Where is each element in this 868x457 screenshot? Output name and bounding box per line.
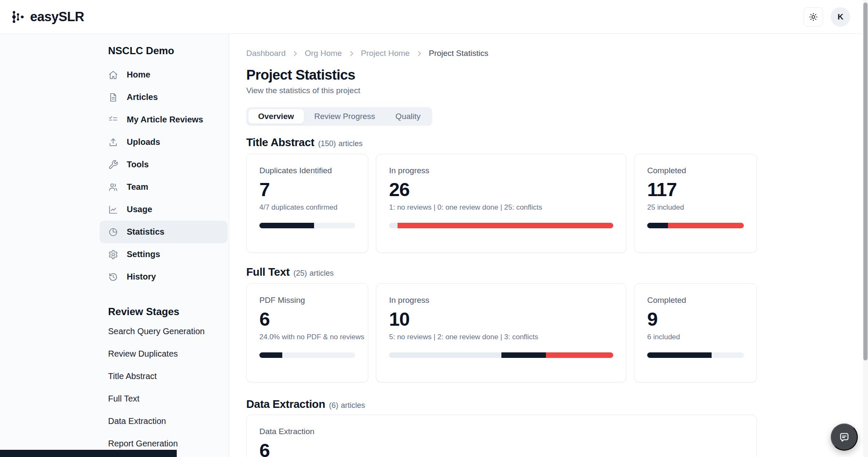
stage-item-data-extraction[interactable]: Data Extraction xyxy=(100,410,228,432)
tab-overview[interactable]: Overview xyxy=(248,109,304,124)
breadcrumb-item-project-home[interactable]: Project Home xyxy=(361,49,410,58)
chat-bubble-icon xyxy=(838,431,850,443)
progress-bar xyxy=(259,223,355,228)
sidebar-item-team[interactable]: Team xyxy=(100,176,228,198)
sidebar-item-history[interactable]: History xyxy=(100,266,228,288)
card-value: 26 xyxy=(389,179,613,201)
line-chart-icon xyxy=(108,205,118,215)
sidebar-item-label: Settings xyxy=(127,249,160,259)
stage-item-review-duplicates[interactable]: Review Duplicates xyxy=(100,343,228,365)
progress-bar xyxy=(647,352,744,358)
card-value: 10 xyxy=(389,308,613,330)
section-unit: articles xyxy=(309,269,334,278)
sidebar-item-statistics[interactable]: Statistics xyxy=(100,221,228,243)
sidebar-item-label: Usage xyxy=(127,205,152,214)
sidebar-item-tools[interactable]: Tools xyxy=(100,153,228,176)
sidebar-item-settings[interactable]: Settings xyxy=(100,243,228,266)
scrollbar-thumb[interactable] xyxy=(863,3,868,360)
page-subtitle: View the statistics of this project xyxy=(246,86,863,95)
section-count: (6) xyxy=(329,401,338,410)
section-title: Full Text xyxy=(246,266,289,279)
chevron-right-icon xyxy=(348,50,355,57)
stage-item-search-query-generation[interactable]: Search Query Generation xyxy=(100,320,228,343)
card-label: Completed xyxy=(647,296,744,305)
section-count: (150) xyxy=(318,139,336,148)
card-label: Duplicates Identified xyxy=(259,166,355,175)
sidebar-item-articles[interactable]: Articles xyxy=(100,86,228,108)
sidebar-item-label: My Article Reviews xyxy=(127,115,203,125)
progress-bar xyxy=(259,352,355,358)
page-title: Project Statistics xyxy=(246,67,863,83)
card-label: In progress xyxy=(389,166,613,175)
card-value: 117 xyxy=(647,179,744,201)
card-label: Completed xyxy=(647,166,744,175)
section-header-full-text: Full Text (25) articles xyxy=(246,266,863,279)
user-avatar[interactable]: K xyxy=(831,7,850,27)
sidebar-item-uploads[interactable]: Uploads xyxy=(100,131,228,153)
card-value: 7 xyxy=(259,179,355,201)
wrench-icon xyxy=(108,160,118,170)
card-value: 9 xyxy=(647,308,744,330)
review-stages-title: Review Stages xyxy=(100,306,228,318)
sidebar-item-usage[interactable]: Usage xyxy=(100,198,228,221)
history-icon xyxy=(108,272,118,282)
users-icon xyxy=(108,182,118,192)
card-label: Data Extraction xyxy=(259,427,744,436)
card-label: In progress xyxy=(389,296,613,305)
section-count: (25) xyxy=(293,269,307,278)
tab-quality[interactable]: Quality xyxy=(386,109,430,124)
scrollbar xyxy=(863,0,868,457)
sidebar-item-label: Statistics xyxy=(127,227,164,237)
chat-button[interactable] xyxy=(831,424,858,451)
logo-text: easySLR xyxy=(30,9,84,25)
tab-review-progress[interactable]: Review Progress xyxy=(305,109,385,124)
card-row-full-text: PDF Missing 6 24.0% with no PDF & no rev… xyxy=(246,283,757,382)
stat-card-completed: Completed 9 6 included xyxy=(634,283,757,382)
progress-bar xyxy=(389,223,613,228)
section-title: Title Abstract xyxy=(246,136,314,149)
stat-card-data-extraction: Data Extraction 6 xyxy=(246,415,757,457)
theme-toggle-button[interactable] xyxy=(804,7,823,27)
gear-icon xyxy=(108,249,118,260)
chevron-right-icon xyxy=(292,50,299,57)
card-row-title-abstract: Duplicates Identified 7 4/7 duplicates c… xyxy=(246,154,757,253)
progress-bar xyxy=(389,352,613,358)
section-unit: articles xyxy=(339,139,363,148)
card-subtext: 25 included xyxy=(647,203,744,212)
sidebar-nav: Home Articles My Article Reviews xyxy=(100,64,228,288)
card-value: 6 xyxy=(259,308,355,330)
stage-item-full-text[interactable]: Full Text xyxy=(100,388,228,410)
bottom-dark-strip xyxy=(0,450,177,457)
sidebar-item-label: Tools xyxy=(127,160,149,169)
tab-bar: Overview Review Progress Quality xyxy=(246,107,432,126)
card-subtext: 6 included xyxy=(647,333,744,341)
stat-card-pdf-missing: PDF Missing 6 24.0% with no PDF & no rev… xyxy=(246,283,368,382)
card-subtext: 4/7 duplicates confirmed xyxy=(259,203,355,212)
card-label: PDF Missing xyxy=(259,296,355,305)
project-name: NSCLC Demo xyxy=(100,45,228,57)
breadcrumb-item-project-statistics: Project Statistics xyxy=(429,49,488,58)
stage-item-title-abstract[interactable]: Title Abstract xyxy=(100,365,228,388)
sidebar-item-label: Uploads xyxy=(127,137,160,147)
file-icon xyxy=(108,92,118,102)
sidebar-item-home[interactable]: Home xyxy=(100,64,228,86)
stat-card-duplicates-identified: Duplicates Identified 7 4/7 duplicates c… xyxy=(246,154,368,253)
sidebar-item-label: Home xyxy=(127,70,150,80)
stat-card-completed: Completed 117 25 included xyxy=(634,154,757,253)
section-header-data-extraction: Data Extraction (6) articles xyxy=(246,398,863,411)
section-title: Data Extraction xyxy=(246,398,325,411)
chevron-right-icon xyxy=(416,50,423,57)
upload-icon xyxy=(108,137,118,147)
sidebar-item-my-article-reviews[interactable]: My Article Reviews xyxy=(100,108,228,131)
checklist-icon xyxy=(108,115,118,125)
sidebar-item-label: History xyxy=(127,272,156,282)
home-icon xyxy=(108,70,118,80)
app-header: easySLR K xyxy=(0,0,868,34)
sidebar: NSCLC Demo Home Articles M xyxy=(0,34,229,457)
breadcrumb-item-org-home[interactable]: Org Home xyxy=(305,49,342,58)
card-value: 6 xyxy=(259,440,744,457)
card-subtext: 5: no reviews | 2: one review done | 3: … xyxy=(389,333,613,341)
logo[interactable]: easySLR xyxy=(11,9,84,25)
logo-mark-icon xyxy=(11,10,25,24)
breadcrumb-item-dashboard[interactable]: Dashboard xyxy=(246,49,286,58)
